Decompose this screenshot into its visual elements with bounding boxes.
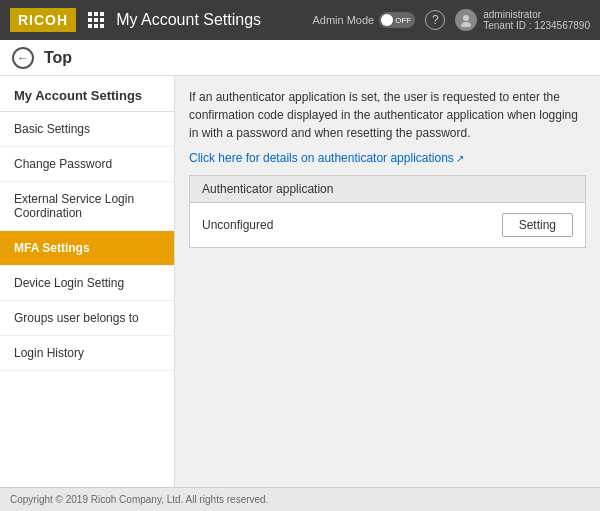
username: administrator <box>483 9 590 20</box>
sidebar-item-login-history[interactable]: Login History <box>0 336 174 371</box>
app-header: RICOH My Account Settings Admin Mode OFF… <box>0 0 600 40</box>
grid-icon[interactable] <box>88 12 104 28</box>
authenticator-status: Unconfigured <box>202 218 273 232</box>
sidebar-item-groups[interactable]: Groups user belongs to <box>0 301 174 336</box>
user-info: administrator Tenant ID : 1234567890 <box>455 9 590 31</box>
header-right: Admin Mode OFF ? administrator Tenant ID… <box>312 9 590 31</box>
copyright-text: Copyright © 2019 Ricoh Company, Ltd. All… <box>10 494 268 505</box>
authenticator-box-header: Authenticator application <box>190 176 585 203</box>
authenticator-box: Authenticator application Unconfigured S… <box>189 175 586 248</box>
content-description: If an authenticator application is set, … <box>189 88 586 142</box>
tenant-id: Tenant ID : 1234567890 <box>483 20 590 31</box>
svg-point-1 <box>461 22 471 27</box>
authenticator-box-row: Unconfigured Setting <box>190 203 585 247</box>
setting-button[interactable]: Setting <box>502 213 573 237</box>
toggle-label: OFF <box>395 16 411 25</box>
help-icon[interactable]: ? <box>425 10 445 30</box>
sidebar-title: My Account Settings <box>0 76 174 112</box>
back-button[interactable]: ← <box>12 47 34 69</box>
main-layout: My Account Settings Basic Settings Chang… <box>0 76 600 487</box>
top-nav-bar: ← Top <box>0 40 600 76</box>
toggle-circle <box>381 14 393 26</box>
sidebar-item-change-password[interactable]: Change Password <box>0 147 174 182</box>
footer: Copyright © 2019 Ricoh Company, Ltd. All… <box>0 487 600 511</box>
sidebar-item-device-login[interactable]: Device Login Setting <box>0 266 174 301</box>
authenticator-link[interactable]: Click here for details on authenticator … <box>189 151 464 165</box>
toggle-switch[interactable]: OFF <box>379 12 415 28</box>
sidebar-item-mfa-settings[interactable]: MFA Settings <box>0 231 174 266</box>
sidebar: My Account Settings Basic Settings Chang… <box>0 76 175 487</box>
svg-point-0 <box>463 15 469 21</box>
ricoh-logo: RICOH <box>10 8 76 32</box>
sidebar-item-basic-settings[interactable]: Basic Settings <box>0 112 174 147</box>
user-details: administrator Tenant ID : 1234567890 <box>483 9 590 31</box>
admin-mode-label: Admin Mode <box>312 14 374 26</box>
top-nav-label: Top <box>44 49 72 67</box>
sidebar-item-external-service[interactable]: External Service Login Coordination <box>0 182 174 231</box>
page-title: My Account Settings <box>116 11 312 29</box>
admin-mode-toggle[interactable]: Admin Mode OFF <box>312 12 415 28</box>
avatar <box>455 9 477 31</box>
content-area: If an authenticator application is set, … <box>175 76 600 487</box>
